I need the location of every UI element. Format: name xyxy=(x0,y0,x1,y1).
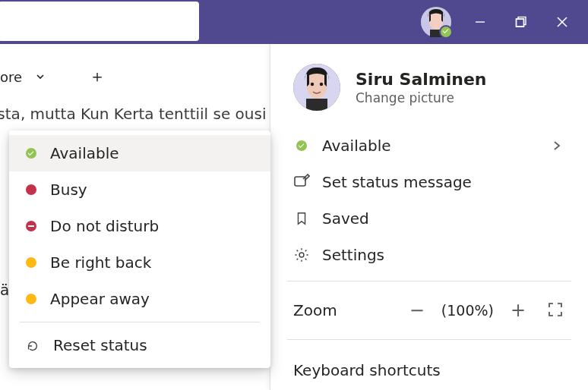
zoom-label: Zoom xyxy=(293,301,393,319)
zoom-row: Zoom − (100%) + xyxy=(270,289,588,332)
status-option-busy[interactable]: Busy xyxy=(9,171,270,208)
panel-item-label: Settings xyxy=(322,246,565,264)
bookmark-icon xyxy=(293,210,310,227)
plus-icon[interactable]: ＋ xyxy=(89,65,106,88)
clipped-message-text: .sta, mutta Kun Kerta tenttiil se ousi k xyxy=(0,105,280,123)
svg-point-11 xyxy=(320,83,323,86)
reset-icon xyxy=(26,338,40,352)
clipped-char: ä xyxy=(0,281,9,299)
avatar-large[interactable] xyxy=(293,64,340,111)
svg-point-10 xyxy=(311,83,314,86)
status-option-label: Reset status xyxy=(53,336,147,354)
panel-item-settings[interactable]: Settings xyxy=(270,237,588,273)
svg-rect-4 xyxy=(517,19,524,27)
maximize-button[interactable] xyxy=(509,10,533,34)
status-option-label: Be right back xyxy=(50,253,151,272)
chevron-down-icon xyxy=(36,72,45,81)
change-picture-link[interactable]: Change picture xyxy=(356,90,487,105)
presence-brb-icon xyxy=(26,257,36,268)
background-content: ore ＋ .sta, mutta Kun Kerta tenttiil se … xyxy=(0,44,280,123)
status-option-label: Available xyxy=(50,144,119,162)
fullscreen-icon[interactable] xyxy=(547,301,565,319)
svg-rect-9 xyxy=(306,99,327,111)
status-option-label: Busy xyxy=(50,181,87,199)
chevron-right-icon xyxy=(548,137,565,154)
panel-list: Available Set status message Saved xyxy=(270,127,588,390)
titlebar-controls xyxy=(421,0,588,44)
presence-available-icon xyxy=(439,25,453,39)
panel-item-label: Available xyxy=(322,137,536,155)
divider xyxy=(287,339,571,340)
presence-dnd-icon xyxy=(26,221,36,231)
status-option-brb[interactable]: Be right back xyxy=(9,244,270,281)
divider xyxy=(287,281,571,281)
filter-more-label[interactable]: ore xyxy=(0,69,22,85)
divider xyxy=(20,322,260,322)
status-option-available[interactable]: Available xyxy=(9,135,270,171)
edit-icon xyxy=(293,174,310,190)
status-option-label: Appear away xyxy=(50,290,150,308)
minimize-button[interactable] xyxy=(468,10,492,34)
avatar[interactable] xyxy=(421,7,451,37)
panel-item-label: Keyboard shortcuts xyxy=(293,361,441,379)
gear-icon xyxy=(293,247,310,263)
panel-item-label: Set status message xyxy=(322,173,565,191)
panel-item-label: Saved xyxy=(322,209,565,228)
panel-item-saved[interactable]: Saved xyxy=(270,200,588,237)
svg-point-13 xyxy=(299,253,304,257)
status-option-dnd[interactable]: Do not disturb xyxy=(9,208,270,244)
profile-name: Siru Salminen xyxy=(356,70,487,89)
profile-panel: Siru Salminen Change picture Available xyxy=(270,44,588,390)
presence-available-icon xyxy=(26,148,36,159)
panel-item-presence[interactable]: Available xyxy=(270,127,588,164)
panel-item-status-message[interactable]: Set status message xyxy=(270,164,588,200)
search-input[interactable] xyxy=(0,2,199,41)
zoom-out-button[interactable]: − xyxy=(406,300,428,321)
zoom-value: (100%) xyxy=(441,302,494,319)
status-option-away[interactable]: Appear away xyxy=(9,281,270,317)
status-option-reset[interactable]: Reset status xyxy=(9,327,270,363)
presence-busy-icon xyxy=(26,184,36,195)
zoom-in-button[interactable]: + xyxy=(507,300,529,321)
titlebar xyxy=(0,0,588,44)
close-button[interactable] xyxy=(550,10,574,34)
panel-item-keyboard-shortcuts[interactable]: Keyboard shortcuts xyxy=(270,348,588,390)
presence-away-icon xyxy=(26,294,36,304)
presence-available-icon xyxy=(293,137,310,154)
status-menu: Available Busy Do not disturb Be right b… xyxy=(9,131,270,368)
status-option-label: Do not disturb xyxy=(50,217,159,235)
profile-header: Siru Salminen Change picture xyxy=(270,44,588,127)
